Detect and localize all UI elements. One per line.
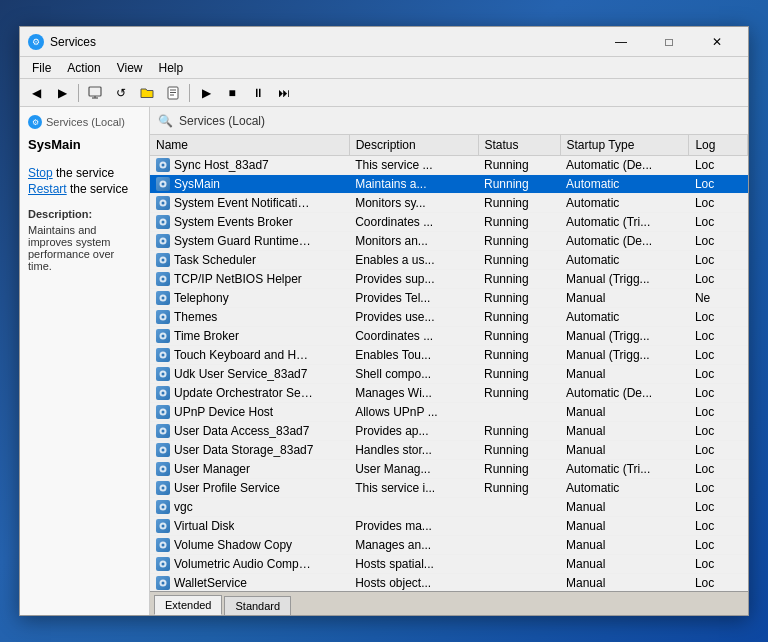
- svg-point-34: [162, 411, 165, 414]
- toolbar-sep-2: [189, 84, 190, 102]
- maximize-button[interactable]: □: [646, 27, 692, 57]
- service-icon: [156, 234, 170, 248]
- table-row[interactable]: User ManagerUser Manag...RunningAutomati…: [150, 460, 748, 479]
- table-row[interactable]: Udk User Service_83ad7Shell compo...Runn…: [150, 365, 748, 384]
- service-desc: Shell compo...: [349, 365, 478, 384]
- service-status: Running: [478, 441, 560, 460]
- table-row[interactable]: Sync Host_83ad7This service ...RunningAu…: [150, 156, 748, 175]
- service-name: Update Orchestrator Service: [174, 386, 314, 400]
- service-name: Volume Shadow Copy: [174, 538, 292, 552]
- restart-link[interactable]: Restart: [28, 182, 67, 196]
- service-status: Running: [478, 156, 560, 175]
- menu-help[interactable]: Help: [151, 59, 192, 77]
- service-name: TCP/IP NetBIOS Helper: [174, 272, 302, 286]
- service-desc: Maintains a...: [349, 175, 478, 194]
- table-row[interactable]: SysMainMaintains a...RunningAutomaticLoc: [150, 175, 748, 194]
- table-row[interactable]: vgcManualLoc: [150, 498, 748, 517]
- service-log: Loc: [689, 365, 748, 384]
- refresh-button[interactable]: ↺: [109, 82, 133, 104]
- col-header-name[interactable]: Name: [150, 135, 349, 156]
- svg-point-20: [162, 278, 165, 281]
- svg-point-12: [162, 202, 165, 205]
- table-header-row: Name Description Status Startup Type Log: [150, 135, 748, 156]
- service-icon: [156, 348, 170, 362]
- tab-standard[interactable]: Standard: [224, 596, 291, 615]
- service-log: Loc: [689, 536, 748, 555]
- menu-file[interactable]: File: [24, 59, 59, 77]
- description-label: Description:: [28, 208, 141, 220]
- service-icon: [156, 576, 170, 590]
- table-row[interactable]: ThemesProvides use...RunningAutomaticLoc: [150, 308, 748, 327]
- forward-button[interactable]: ▶: [50, 82, 74, 104]
- table-row[interactable]: Virtual DiskProvides ma...ManualLoc: [150, 517, 748, 536]
- service-desc: Monitors an...: [349, 232, 478, 251]
- services-table-container[interactable]: Name Description Status Startup Type Log…: [150, 135, 748, 591]
- svg-point-22: [162, 297, 165, 300]
- minimize-button[interactable]: —: [598, 27, 644, 57]
- table-row[interactable]: Touch Keyboard and Handw...Enables Tou..…: [150, 346, 748, 365]
- table-row[interactable]: Update Orchestrator ServiceManages Wi...…: [150, 384, 748, 403]
- service-status: Running: [478, 327, 560, 346]
- service-startup: Automatic: [560, 194, 689, 213]
- service-desc: [349, 498, 478, 517]
- left-panel-header-label: Services (Local): [46, 116, 125, 128]
- table-row[interactable]: User Data Access_83ad7Provides ap...Runn…: [150, 422, 748, 441]
- table-row[interactable]: Time BrokerCoordinates ...RunningManual …: [150, 327, 748, 346]
- col-header-desc[interactable]: Description: [349, 135, 478, 156]
- computer-button[interactable]: [83, 82, 107, 104]
- table-row[interactable]: WalletServiceHosts object...ManualLoc: [150, 574, 748, 592]
- svg-rect-0: [89, 87, 101, 96]
- service-name: Touch Keyboard and Handw...: [174, 348, 314, 362]
- service-startup: Automatic: [560, 175, 689, 194]
- table-row[interactable]: User Data Storage_83ad7Handles stor...Ru…: [150, 441, 748, 460]
- service-icon: [156, 500, 170, 514]
- left-panel-icon: ⚙: [28, 115, 42, 129]
- menu-view[interactable]: View: [109, 59, 151, 77]
- selected-service-name: SysMain: [28, 137, 141, 152]
- col-header-log[interactable]: Log: [689, 135, 748, 156]
- properties-button[interactable]: [161, 82, 185, 104]
- service-icon: [156, 177, 170, 191]
- service-desc: This service ...: [349, 156, 478, 175]
- service-name: Virtual Disk: [174, 519, 234, 533]
- tab-extended[interactable]: Extended: [154, 595, 222, 615]
- table-row[interactable]: Task SchedulerEnables a us...RunningAuto…: [150, 251, 748, 270]
- table-row[interactable]: System Guard Runtime Mon...Monitors an..…: [150, 232, 748, 251]
- service-icon: [156, 253, 170, 267]
- restart-button[interactable]: ⏭: [272, 82, 296, 104]
- svg-point-44: [162, 506, 165, 509]
- table-row[interactable]: Volumetric Audio Composit...Hosts spatia…: [150, 555, 748, 574]
- service-desc: Provides ap...: [349, 422, 478, 441]
- service-desc: Coordinates ...: [349, 327, 478, 346]
- table-row[interactable]: System Event Notification S...Monitors s…: [150, 194, 748, 213]
- close-button[interactable]: ✕: [694, 27, 740, 57]
- folder-button[interactable]: [135, 82, 159, 104]
- play-button[interactable]: ▶: [194, 82, 218, 104]
- stop-action: Stop the service: [28, 166, 141, 180]
- table-row[interactable]: TelephonyProvides Tel...RunningManualNe: [150, 289, 748, 308]
- service-startup: Manual: [560, 403, 689, 422]
- service-name-cell: System Guard Runtime Mon...: [150, 232, 349, 251]
- col-header-status[interactable]: Status: [478, 135, 560, 156]
- svg-point-28: [162, 354, 165, 357]
- back-button[interactable]: ◀: [24, 82, 48, 104]
- right-panel-title: Services (Local): [179, 114, 265, 128]
- table-row[interactable]: TCP/IP NetBIOS HelperProvides sup...Runn…: [150, 270, 748, 289]
- menu-bar: File Action View Help: [20, 57, 748, 79]
- table-row[interactable]: UPnP Device HostAllows UPnP ...ManualLoc: [150, 403, 748, 422]
- col-header-startup[interactable]: Startup Type: [560, 135, 689, 156]
- menu-action[interactable]: Action: [59, 59, 108, 77]
- service-log: Loc: [689, 479, 748, 498]
- table-row[interactable]: Volume Shadow CopyManages an...ManualLoc: [150, 536, 748, 555]
- service-desc: Monitors sy...: [349, 194, 478, 213]
- service-startup: Automatic: [560, 479, 689, 498]
- search-icon: 🔍: [158, 114, 173, 128]
- service-log: Loc: [689, 327, 748, 346]
- service-startup: Manual: [560, 517, 689, 536]
- stop-button[interactable]: ■: [220, 82, 244, 104]
- left-panel: ⚙ Services (Local) SysMain Stop the serv…: [20, 107, 150, 615]
- table-row[interactable]: System Events BrokerCoordinates ...Runni…: [150, 213, 748, 232]
- stop-link[interactable]: Stop: [28, 166, 53, 180]
- table-row[interactable]: User Profile ServiceThis service i...Run…: [150, 479, 748, 498]
- pause-button[interactable]: ⏸: [246, 82, 270, 104]
